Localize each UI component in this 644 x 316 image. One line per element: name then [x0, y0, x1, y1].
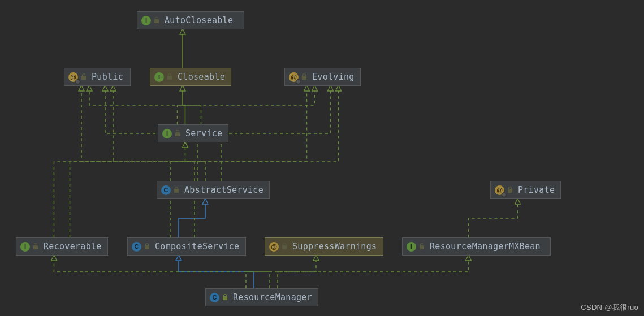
- magnify-overlay-icon: [75, 79, 80, 84]
- edge-compositeservice-to-abstractservice: [179, 199, 205, 237]
- node-compositeservice[interactable]: CompositeService: [127, 237, 246, 256]
- watermark: CSDN @我很ruo: [581, 302, 638, 313]
- node-autocloseable[interactable]: AutoCloseable: [137, 11, 244, 29]
- lock-icon: [80, 73, 87, 80]
- node-resourcemanager[interactable]: ResourceManager: [205, 288, 318, 306]
- class-icon: [132, 242, 141, 252]
- edge-service-to-public: [89, 86, 201, 124]
- node-private[interactable]: Private: [490, 181, 561, 199]
- edge-resourcemanager-to-suppresswarnings: [246, 256, 316, 288]
- lock-icon: [507, 187, 513, 193]
- annotation-icon: [269, 242, 279, 252]
- node-label: SuppressWarnings: [292, 241, 377, 252]
- lock-icon: [173, 187, 180, 193]
- edge-compositeservice-to-evolving: [171, 86, 307, 237]
- annotation-icon: [495, 185, 504, 195]
- node-label: Public: [92, 72, 123, 82]
- class-icon: [210, 293, 219, 302]
- edge-recoverable-to-public: [54, 86, 114, 237]
- interface-icon: [141, 16, 151, 25]
- edge-recoverable-to-evolving: [70, 86, 339, 237]
- node-label: AutoCloseable: [165, 15, 233, 25]
- lock-icon: [144, 243, 150, 250]
- lock-icon: [281, 243, 288, 250]
- annotation-icon: [289, 72, 299, 82]
- class-icon: [161, 185, 171, 195]
- node-label: CompositeService: [155, 241, 239, 252]
- node-public[interactable]: Public: [64, 68, 131, 86]
- node-label: Service: [185, 128, 222, 138]
- lock-icon: [301, 73, 308, 80]
- edge-compositeservice-to-public: [81, 86, 195, 237]
- lock-icon: [418, 243, 425, 250]
- edge-resourcemanager-to-compositeservice: [179, 256, 254, 288]
- node-label: ResourceManagerMXBean: [430, 241, 541, 252]
- interface-icon: [162, 129, 172, 138]
- annotation-icon: [68, 72, 78, 82]
- node-abstractservice[interactable]: AbstractService: [157, 181, 270, 199]
- magnify-overlay-icon: [502, 192, 507, 197]
- node-label: ResourceManager: [233, 292, 312, 302]
- edge-abstractservice-to-service: [185, 142, 206, 181]
- node-closeable[interactable]: Closeable: [150, 68, 231, 86]
- edge-resourcemanager-to-rmmxbean: [278, 256, 469, 288]
- lock-icon: [174, 130, 181, 137]
- edge-service-to-evolving: [178, 86, 315, 124]
- node-recoverable[interactable]: Recoverable: [16, 237, 108, 256]
- magnify-overlay-icon: [296, 79, 301, 84]
- connectors-layer: [0, 0, 644, 316]
- node-suppresswarnings[interactable]: SuppressWarnings: [265, 237, 383, 256]
- node-label: Closeable: [178, 72, 225, 82]
- edge-service-to-closeable: [183, 86, 185, 124]
- edge-rmmxbean-to-private: [469, 199, 518, 237]
- lock-icon: [153, 17, 160, 24]
- lock-icon: [32, 243, 39, 250]
- edge-resourcemanager-to-recoverable: [54, 256, 270, 288]
- node-label: AbstractService: [184, 185, 263, 195]
- diagram-canvas[interactable]: AutoCloseablePublicCloseableEvolvingServ…: [0, 0, 644, 316]
- interface-icon: [154, 72, 164, 82]
- interface-icon: [407, 242, 416, 252]
- node-service[interactable]: Service: [158, 124, 228, 142]
- node-evolving[interactable]: Evolving: [284, 68, 361, 86]
- interface-icon: [20, 242, 30, 252]
- lock-icon: [166, 73, 173, 80]
- node-label: Evolving: [312, 72, 355, 82]
- node-label: Recoverable: [44, 241, 102, 252]
- lock-icon: [222, 294, 228, 301]
- node-rmmxbean[interactable]: ResourceManagerMXBean: [402, 237, 551, 256]
- node-label: Private: [518, 185, 555, 195]
